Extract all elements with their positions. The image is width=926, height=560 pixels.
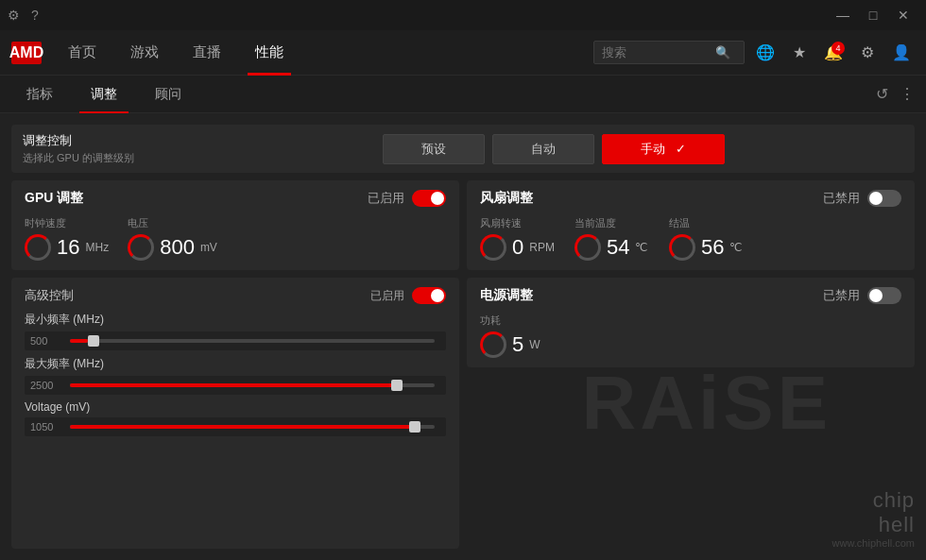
nav-item-performance[interactable]: 性能: [240, 30, 299, 76]
fan-panel-title: 风扇调整: [480, 190, 533, 207]
nav-item-games[interactable]: 游戏: [115, 30, 174, 76]
help-icon: ?: [31, 8, 39, 23]
current-temp-value: 54: [607, 235, 629, 260]
clock-gauge: 时钟速度 16 MHz: [25, 216, 109, 261]
slider-min-freq-track[interactable]: [70, 339, 435, 343]
globe-icon[interactable]: 🌐: [752, 40, 779, 66]
tuning-control-bar: 调整控制 选择此 GPU 的调整级别 预设 自动 手动 ✓: [11, 125, 915, 173]
power-panel-title: 电源调整: [480, 287, 533, 304]
gpu-panel-status: 已启用: [368, 190, 446, 207]
notification-icon[interactable]: 🔔 4: [820, 40, 847, 66]
user-icon[interactable]: 👤: [888, 40, 915, 66]
fan-speed-label: 风扇转速: [480, 216, 556, 230]
fan-toggle[interactable]: [867, 190, 901, 207]
voltage-gauge: 电压 800 mV: [128, 216, 217, 261]
fan-speed-circle: [480, 234, 506, 261]
fan-status-label: 已禁用: [823, 190, 860, 207]
slider-voltage-thumb[interactable]: [409, 421, 420, 433]
slider-min-freq-val: 500: [30, 335, 64, 347]
slider-max-freq-track[interactable]: [70, 383, 435, 387]
fan-speed-gauge: 风扇转速 0 RPM: [480, 216, 556, 261]
minimize-button[interactable]: —: [828, 0, 858, 30]
voltage-unit: mV: [200, 241, 217, 254]
content-area: RAiSE 调整控制 选择此 GPU 的调整级别 预设 自动 手动 ✓ GPU …: [0, 113, 926, 560]
power-gauge: 功耗 5 W: [480, 314, 901, 358]
clock-unit: MHz: [85, 241, 109, 254]
right-column: 风扇调整 已禁用 风扇转速 0 RPM: [467, 180, 915, 549]
slider-voltage-val: 1050: [30, 421, 64, 433]
manual-button[interactable]: 手动 ✓: [602, 134, 726, 164]
slider-max-freq-fill: [70, 383, 398, 387]
sub-nav-metrics[interactable]: 指标: [11, 76, 68, 113]
junction-temp-value-row: 56 ℃: [669, 234, 745, 261]
gpu-toggle[interactable]: [412, 190, 446, 207]
notification-badge: 4: [832, 42, 845, 55]
fan-panel-header: 风扇调整 已禁用: [480, 190, 901, 207]
gpu-panel-header: GPU 调整 已启用: [25, 190, 446, 207]
checkmark-icon: ✓: [676, 142, 686, 156]
sub-nav-right: ↺ ⋮: [876, 85, 915, 103]
sub-nav: 指标 调整 顾问 ↺ ⋮: [0, 76, 926, 113]
left-column: GPU 调整 已启用 时钟速度 16 MHz: [11, 180, 459, 549]
slider-max-freq-label: 最大频率 (MHz): [25, 356, 446, 372]
junction-temp-gauge: 结温 56 ℃: [669, 216, 745, 261]
clock-value-row: 16 MHz: [25, 234, 109, 261]
power-panel-status: 已禁用: [823, 287, 901, 304]
power-value-row: 5 W: [480, 331, 901, 358]
search-input[interactable]: [602, 45, 715, 59]
more-icon[interactable]: ⋮: [900, 85, 915, 103]
settings-icon[interactable]: ⚙: [854, 40, 881, 66]
gpu-panel: GPU 调整 已启用 时钟速度 16 MHz: [11, 180, 459, 270]
tuning-bar-title: 调整控制: [23, 132, 193, 149]
reset-icon[interactable]: ↺: [876, 85, 888, 103]
junction-temp-unit: ℃: [729, 241, 742, 254]
fan-speed-value-row: 0 RPM: [480, 234, 556, 261]
slider-voltage-track[interactable]: [70, 425, 435, 429]
current-temp-label: 当前温度: [574, 216, 650, 230]
star-icon[interactable]: ★: [786, 40, 813, 66]
preset-button[interactable]: 预设: [383, 134, 485, 164]
advanced-panel-header: 高级控制 已启用: [25, 287, 446, 304]
slider-max-freq-thumb[interactable]: [391, 380, 403, 391]
power-panel: 电源调整 已禁用 功耗 5 W: [467, 278, 915, 367]
gpu-status-label: 已启用: [368, 190, 404, 207]
tuning-bar-title-area: 调整控制 选择此 GPU 的调整级别: [23, 132, 193, 165]
fan-panel: 风扇调整 已禁用 风扇转速 0 RPM: [467, 180, 915, 270]
fan-speed-value: 0: [512, 235, 523, 260]
titlebar-left: ⚙ ?: [8, 8, 39, 23]
clock-label: 时钟速度: [25, 216, 109, 230]
sub-nav-tuning[interactable]: 调整: [76, 76, 132, 113]
main-nav: AMD 首页 游戏 直播 性能 🔍 🌐 ★ 🔔 4 ⚙ 👤: [0, 30, 926, 76]
auto-button[interactable]: 自动: [492, 134, 594, 164]
voltage-circle: [128, 234, 154, 261]
close-button[interactable]: ✕: [888, 0, 918, 30]
slider-min-freq-label: 最小频率 (MHz): [25, 312, 446, 328]
power-panel-header: 电源调整 已禁用: [480, 287, 901, 304]
slider-max-freq: 最大频率 (MHz) 2500: [25, 356, 446, 395]
slider-max-freq-val: 2500: [30, 380, 64, 391]
slider-min-freq-fill: [70, 339, 88, 343]
search-box[interactable]: 🔍: [593, 41, 745, 64]
advanced-panel-status: 已启用: [370, 287, 446, 304]
advanced-toggle[interactable]: [412, 287, 446, 304]
advanced-panel: 高级控制 已启用 最小频率 (MHz) 500: [11, 278, 459, 549]
watermark: chiphell www.chiphell.com: [832, 488, 915, 549]
nav-item-stream[interactable]: 直播: [178, 30, 236, 76]
clock-circle: [25, 234, 51, 261]
gear-icon: ⚙: [8, 8, 20, 23]
maximize-button[interactable]: □: [858, 0, 888, 30]
sub-nav-advisor[interactable]: 顾问: [140, 76, 197, 113]
voltage-value: 800: [160, 235, 195, 260]
slider-voltage-fill: [70, 425, 417, 429]
junction-temp-value: 56: [701, 235, 724, 260]
fan-speed-unit: RPM: [529, 241, 555, 254]
power-toggle[interactable]: [867, 287, 901, 304]
power-unit: W: [529, 338, 540, 351]
power-circle: [480, 331, 506, 358]
junction-temp-circle: [669, 234, 695, 261]
chiphell-logo: chiphell: [832, 488, 915, 537]
current-temp-gauge: 当前温度 54 ℃: [574, 216, 650, 261]
slider-min-freq-thumb[interactable]: [88, 335, 99, 347]
nav-item-home[interactable]: 首页: [53, 30, 111, 76]
tuning-bar-buttons: 预设 自动 手动 ✓: [204, 134, 903, 164]
